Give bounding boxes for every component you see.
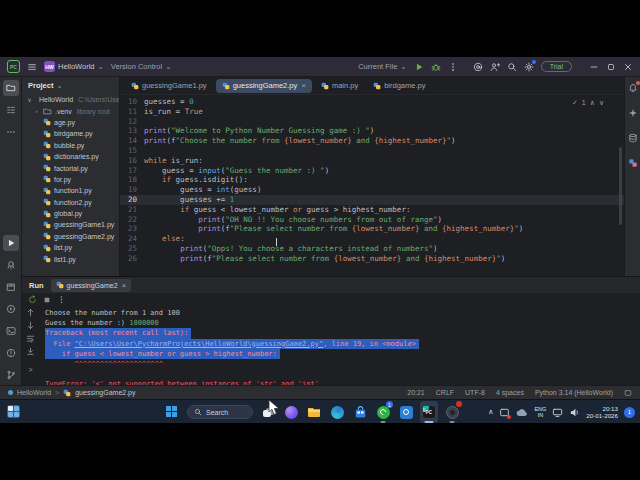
breadcrumb-project[interactable]: HelloWorld [17, 389, 51, 396]
console-output[interactable]: Choose the number from 1 and 100Guess th… [39, 306, 640, 385]
more-options-icon[interactable] [57, 295, 66, 304]
code-line[interactable]: 17 guess = input("Guess the number :) ") [120, 166, 624, 176]
edge-taskbar-button[interactable] [328, 401, 346, 423]
tree-item-helloworld[interactable]: ∨HelloWorldC:\Users\Use [22, 94, 119, 105]
notification-count-badge[interactable]: 1 [624, 407, 635, 418]
code-line[interactable]: 10guesses = 0 [120, 97, 624, 107]
search-everywhere-icon[interactable] [507, 62, 517, 72]
console-line[interactable] [45, 369, 48, 379]
close-icon[interactable]: × [122, 281, 127, 290]
rerun-button[interactable] [28, 295, 37, 304]
code-line[interactable]: 20 guesses += 1 [120, 195, 624, 205]
volume-icon[interactable] [569, 407, 580, 418]
write-access-icon[interactable] [624, 389, 632, 397]
trial-badge[interactable]: Trial [541, 61, 572, 72]
prev-problem-icon[interactable]: ∧ [590, 98, 595, 108]
tab-guessinggame2-py[interactable]: guessingGame2.py× [216, 79, 312, 93]
traceback-file-link[interactable]: "C:\Users\User\PycharmProjects\HelloWorl… [75, 340, 324, 348]
run-config-selector[interactable]: Current File ⌄ [358, 62, 406, 71]
code-line[interactable]: 12 [120, 117, 624, 127]
console-line[interactable]: Choose the number from 1 and 100 [45, 308, 183, 318]
settings-gear-icon[interactable] [524, 62, 534, 72]
tool-more-button[interactable] [3, 124, 19, 140]
copilot-taskbar-button[interactable] [282, 401, 300, 423]
console-line[interactable]: Guess the number :) 1000000 [45, 318, 162, 328]
code-line[interactable]: 14print(f"Choose the number from {lowest… [120, 136, 624, 146]
tool-python-console-button[interactable] [3, 257, 19, 273]
tree-item-factorial-py[interactable]: factorial.py [22, 162, 119, 173]
file-explorer-taskbar-button[interactable] [305, 401, 323, 423]
tool-dependencies-button[interactable] [3, 279, 19, 295]
code-line[interactable]: 19 guess = int(guess) [120, 185, 624, 195]
status-item-utf-8[interactable]: UTF-8 [465, 389, 485, 396]
python-packages-button[interactable] [627, 157, 639, 169]
language-switcher[interactable]: ENG IN [534, 406, 546, 418]
editor-scrollbar[interactable] [619, 147, 622, 225]
chevron-right-icon[interactable]: › [33, 108, 40, 114]
tab-main-py[interactable]: main.py [315, 79, 364, 93]
clock[interactable]: 20:13 20-01-2026 [586, 405, 618, 419]
project-panel-header[interactable]: Project ⌄ [22, 77, 119, 94]
code-line[interactable]: 24 else: [120, 234, 624, 244]
tree-item-birdgame-py[interactable]: birdgame.py [22, 128, 119, 139]
add-user-icon[interactable] [490, 62, 500, 72]
project-selector[interactable]: HW HelloWorld ⌄ [44, 61, 104, 72]
tool-services-button[interactable] [3, 301, 19, 317]
code-line[interactable]: 16while is_run: [120, 156, 624, 166]
run-tab[interactable]: guessingGame2 × [51, 279, 132, 292]
microsoft-store-taskbar-button[interactable] [351, 401, 369, 423]
code-with-me-icon[interactable] [473, 62, 483, 72]
editor[interactable]: 10guesses = 011is_run = True1213print("W… [120, 95, 624, 276]
next-problem-icon[interactable]: ∨ [599, 98, 604, 108]
ai-assistant-button[interactable] [627, 107, 639, 119]
tree-item-guessinggame1-py[interactable]: guessingGame1.py [22, 219, 119, 230]
console-line[interactable]: File "C:\Users\User\PycharmProjects\Hell… [45, 339, 419, 349]
chevron-down-icon[interactable]: ∨ [26, 96, 33, 103]
breadcrumb-file[interactable]: guessingGame2.py [75, 389, 135, 396]
tray-overflow-icon[interactable]: ∧ [488, 408, 493, 416]
notifications-button[interactable] [627, 82, 639, 94]
code-line[interactable]: 18 if guess.isdigit(): [120, 175, 624, 185]
close-icon[interactable]: × [301, 81, 306, 90]
run-button[interactable] [414, 62, 424, 72]
minimize-button[interactable] [589, 62, 599, 72]
pycharm-taskbar-button[interactable]: PC [420, 401, 438, 423]
console-line[interactable]: if guess < lowest_number or guess > high… [45, 349, 280, 359]
code-line[interactable]: 13print("Welcome to Python Number Guessi… [120, 126, 624, 136]
stop-button[interactable] [43, 296, 51, 304]
console-line[interactable]: Traceback (most recent call last): [45, 328, 191, 338]
status-item-crlf[interactable]: CRLF [436, 389, 454, 396]
code-line[interactable]: 21 if guess < lowest_number or guess > h… [120, 205, 624, 215]
code-line[interactable]: 23 print(f"Please select number from {lo… [120, 224, 624, 234]
code-line[interactable]: 15 [120, 146, 624, 156]
tree-item-list-py[interactable]: list.py [22, 242, 119, 253]
maximize-button[interactable] [606, 62, 616, 72]
tree-item-for-py[interactable]: for.py [22, 174, 119, 185]
start-button[interactable] [163, 401, 181, 423]
tree-item-age-py[interactable]: age.py [22, 117, 119, 128]
tool-version-control-button[interactable] [3, 367, 19, 383]
code-line[interactable]: 26 print(f"Please select number from {lo… [120, 254, 624, 264]
soft-wrap-icon[interactable] [26, 334, 35, 343]
code-line[interactable]: 11is_run = True [120, 107, 624, 117]
tree-item--venv[interactable]: ›.venvlibrary root [22, 105, 119, 116]
tree-item-function2-py[interactable]: function2.py [22, 197, 119, 208]
tree-item-global-py[interactable]: global.py [22, 208, 119, 219]
recording-tray-icon[interactable] [499, 407, 510, 418]
code-line[interactable]: 22 print("OH NO !! You choose numbers fr… [120, 215, 624, 225]
database-button[interactable] [627, 132, 639, 144]
status-item-4-spaces[interactable]: 4 spaces [496, 389, 524, 396]
tool-project-button[interactable] [3, 80, 19, 96]
debug-button[interactable] [431, 62, 441, 72]
up-stack-trace-icon[interactable] [26, 308, 35, 317]
close-button[interactable] [623, 62, 633, 72]
tree-item-dictionaries-py[interactable]: dictionaries.py [22, 151, 119, 162]
recorder-taskbar-button[interactable] [443, 401, 461, 423]
tab-guessinggame1-py[interactable]: guessingGame1.py [125, 79, 213, 93]
console-line[interactable]: ^^^^^^^^^^^^^^^^^^^^^ [45, 359, 166, 369]
taskbar-search[interactable]: Search [187, 405, 253, 419]
main-menu-icon[interactable] [27, 62, 37, 72]
photos-taskbar-button[interactable] [397, 401, 415, 423]
tree-item-list1-py[interactable]: list1.py [22, 253, 119, 264]
tree-item-bubble-py[interactable]: bubble.py [22, 140, 119, 151]
